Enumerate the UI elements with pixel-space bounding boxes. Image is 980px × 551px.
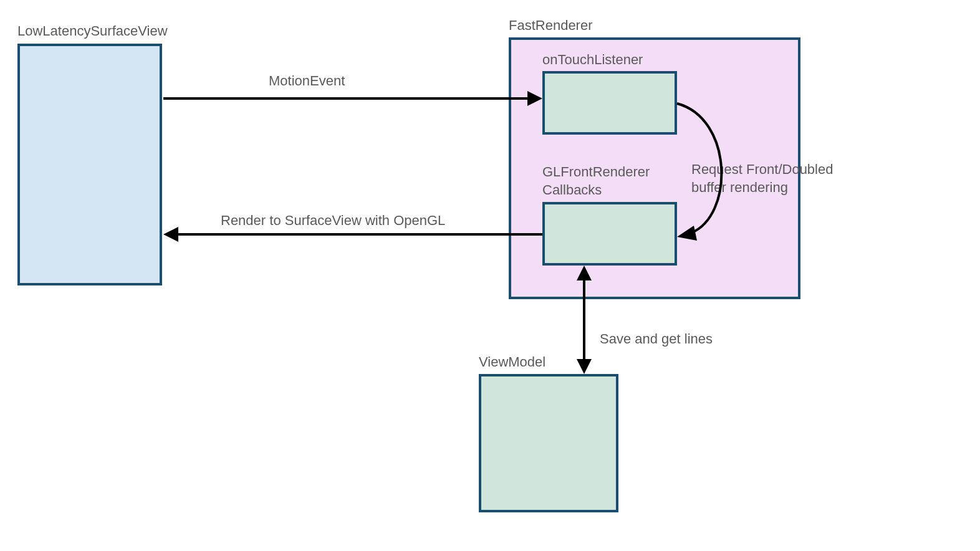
- request-buffer-label: Request Front/Doubled buffer rendering: [691, 161, 860, 196]
- low-latency-label: LowLatencySurfaceView: [17, 22, 168, 41]
- ontouch-label: onTouchListener: [542, 51, 643, 69]
- ontouch-box: [542, 71, 677, 135]
- glfront-box: [542, 202, 677, 266]
- save-lines-label: Save and get lines: [600, 330, 713, 348]
- motion-event-label: MotionEvent: [269, 72, 345, 90]
- viewmodel-box: [479, 374, 618, 512]
- render-opengl-label: Render to SurfaceView with OpenGL: [221, 212, 445, 230]
- viewmodel-label: ViewModel: [479, 353, 545, 371]
- fast-renderer-label: FastRenderer: [509, 17, 593, 35]
- glfront-label: GLFrontRenderer Callbacks: [542, 163, 673, 199]
- low-latency-box: [17, 44, 162, 285]
- arrow-head-icon: [163, 227, 178, 242]
- arrow-head-icon: [577, 359, 592, 374]
